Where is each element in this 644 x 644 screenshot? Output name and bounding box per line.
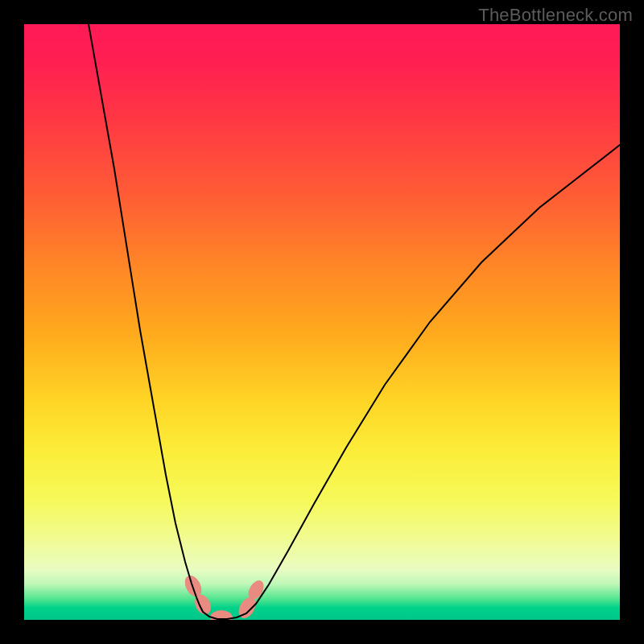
plot-area xyxy=(24,24,620,620)
curve-layer xyxy=(24,24,620,620)
bottleneck-curve-path xyxy=(89,24,620,619)
chart-frame: TheBottleneck.com xyxy=(0,0,644,644)
valley-markers xyxy=(181,572,266,620)
watermark-text: TheBottleneck.com xyxy=(478,5,633,26)
